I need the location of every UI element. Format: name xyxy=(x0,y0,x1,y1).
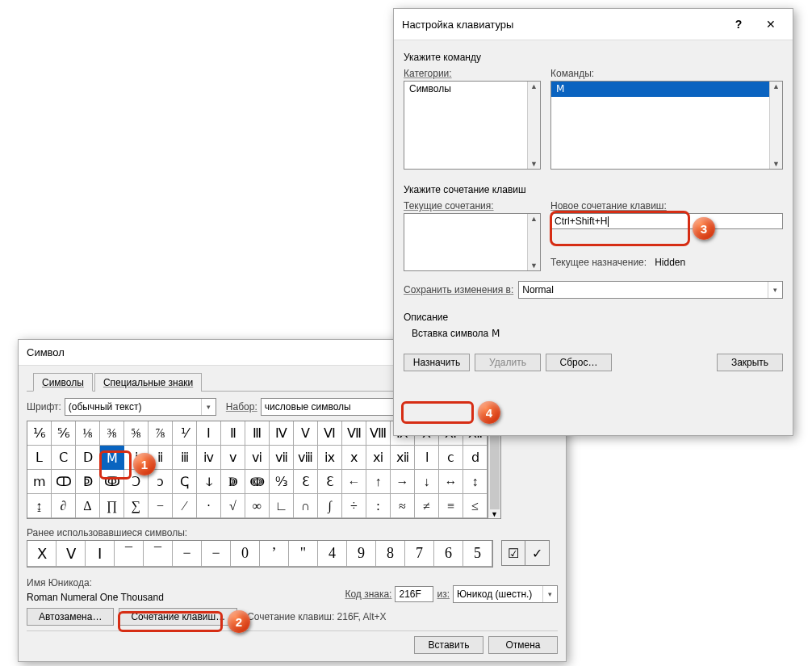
symbol-cell[interactable]: Ⅳ xyxy=(270,421,294,446)
help-icon[interactable]: ? xyxy=(725,15,752,33)
symbol-cell[interactable]: ≠ xyxy=(415,494,439,518)
symbol-cell[interactable]: ⅵ xyxy=(245,446,270,470)
recent-cell[interactable]: ’ xyxy=(260,541,289,567)
recent-cell[interactable]: − xyxy=(173,541,202,567)
recent-cell[interactable]: 8 xyxy=(376,541,405,567)
symbol-cell[interactable]: ∞ xyxy=(245,494,270,518)
tab-special[interactable]: Специальные знаки xyxy=(94,373,202,392)
symbol-cell[interactable]: ↄ xyxy=(149,470,173,494)
symbol-cell[interactable]: ↅ xyxy=(173,470,197,494)
scrollbar[interactable]: ▲▼ xyxy=(527,82,540,169)
symbol-cell[interactable]: Ⅼ xyxy=(27,446,52,470)
shortcut-button[interactable]: Сочетание клавиш… xyxy=(119,608,237,626)
current-keys-list[interactable]: ▲▼ xyxy=(404,213,541,271)
symbol-cell[interactable]: ℇ xyxy=(318,470,342,494)
symbol-cell[interactable]: ⅲ xyxy=(173,446,197,470)
recent-cell[interactable]: − xyxy=(202,541,231,567)
category-item[interactable]: Символы xyxy=(404,82,540,96)
symbol-cell[interactable]: ← xyxy=(342,470,366,494)
symbol-cell[interactable]: ∑ xyxy=(124,494,149,518)
symbol-cell[interactable]: ≡ xyxy=(439,494,463,518)
symbol-cell[interactable]: ⅞ xyxy=(149,421,173,446)
symbol-cell[interactable]: ∏ xyxy=(100,494,124,518)
symbol-cell[interactable]: ∟ xyxy=(270,494,294,518)
tab-symbols[interactable]: Символы xyxy=(33,373,93,392)
symbol-cell[interactable]: ⅶ xyxy=(270,446,294,470)
symbol-cell[interactable]: √ xyxy=(221,494,245,518)
symbol-cell[interactable]: ⅟ xyxy=(173,421,197,446)
code-input[interactable]: 216F xyxy=(395,586,433,602)
symbol-cell[interactable]: ⅽ xyxy=(439,446,463,470)
recent-grid[interactable]: ⅩⅤⅠ¯¯−−0’"498765 xyxy=(27,540,493,568)
symbol-cell[interactable]: ∙ xyxy=(197,494,221,518)
recent-check-icon[interactable]: ✓ xyxy=(525,540,550,566)
font-combo[interactable]: (обычный текст) ▾ xyxy=(65,398,216,416)
recent-cell[interactable]: 4 xyxy=(318,541,347,567)
symbol-cell[interactable]: ⅴ xyxy=(221,446,245,470)
symbol-cell[interactable]: ↂ xyxy=(100,470,124,494)
symbol-cell[interactable]: ⅜ xyxy=(100,421,124,446)
close-icon[interactable]: ✕ xyxy=(757,15,785,33)
symbol-cell[interactable]: ⅛ xyxy=(76,421,100,446)
recent-cell[interactable]: 9 xyxy=(347,541,376,567)
save-in-combo[interactable]: Normal ▾ xyxy=(518,281,783,299)
symbol-cell[interactable]: : xyxy=(366,494,391,518)
symbol-cell[interactable]: ⅾ xyxy=(463,446,488,470)
symbol-cell[interactable]: ⅙ xyxy=(27,421,52,446)
symbol-cell[interactable]: Ⅰ xyxy=(197,421,221,446)
symbol-cell[interactable]: ⅝ xyxy=(124,421,149,446)
recent-cell[interactable]: ¯ xyxy=(115,541,144,567)
recent-cell[interactable]: Ⅴ xyxy=(57,541,86,567)
recent-cell[interactable]: ¯ xyxy=(144,541,173,567)
symbol-cell[interactable]: Ⅾ xyxy=(76,446,100,470)
recent-cell[interactable]: Ⅰ xyxy=(86,541,115,567)
symbol-cell[interactable]: ↀ xyxy=(52,470,76,494)
symbol-cell[interactable]: ⅿ xyxy=(27,470,52,494)
symbol-cell[interactable]: ⅚ xyxy=(52,421,76,446)
symbol-cell[interactable]: Ⅲ xyxy=(245,421,270,446)
symbol-cell[interactable]: Δ xyxy=(76,494,100,518)
new-key-input[interactable]: Ctrl+Shift+H xyxy=(550,213,783,229)
recent-cell[interactable]: 5 xyxy=(463,541,492,567)
symbol-cell[interactable]: ↕ xyxy=(463,470,488,494)
symbol-cell[interactable]: → xyxy=(391,470,415,494)
recent-cell[interactable]: 0 xyxy=(231,541,260,567)
symbol-cell[interactable]: ↇ xyxy=(221,470,245,494)
symbol-cell[interactable]: ↓ xyxy=(415,470,439,494)
symbol-cell[interactable]: ⅺ xyxy=(366,446,391,470)
from-combo[interactable]: Юникод (шестн.) ▾ xyxy=(453,585,558,603)
recent-cell[interactable]: Ⅹ xyxy=(27,541,57,567)
remove-button[interactable]: Удалить xyxy=(475,354,541,371)
categories-list[interactable]: Символы ▲▼ xyxy=(404,81,541,170)
symbol-cell[interactable]: Ɛ xyxy=(294,470,318,494)
symbol-cell[interactable]: − xyxy=(149,494,173,518)
symbol-cell[interactable]: Ⅶ xyxy=(342,421,366,446)
symbol-cell[interactable]: ≈ xyxy=(391,494,415,518)
assign-button[interactable]: Назначить xyxy=(404,354,470,371)
symbol-cell[interactable]: ≤ xyxy=(463,494,488,518)
symbol-cell[interactable]: ∩ xyxy=(294,494,318,518)
insert-button[interactable]: Вставить xyxy=(414,636,483,654)
symbol-cell[interactable]: ⅻ xyxy=(391,446,415,470)
symbol-cell[interactable]: ↨ xyxy=(27,494,52,518)
scroll-down-icon[interactable]: ▼ xyxy=(491,510,498,518)
symbol-cell[interactable]: ∫ xyxy=(318,494,342,518)
symbol-cell[interactable]: ⅷ xyxy=(294,446,318,470)
command-item[interactable]: Ⅿ xyxy=(551,82,782,97)
recent-checkbox-icon[interactable]: ☑ xyxy=(501,540,525,566)
autoreplace-button[interactable]: Автозамена… xyxy=(27,608,114,626)
scrollbar[interactable]: ▲▼ xyxy=(769,82,782,169)
symbol-cell[interactable]: ⅹ xyxy=(342,446,366,470)
symbol-cell[interactable]: ∂ xyxy=(52,494,76,518)
symbol-cell[interactable]: ⅼ xyxy=(415,446,439,470)
symbol-cell[interactable]: ⅸ xyxy=(318,446,342,470)
symbol-cell[interactable]: ∕ xyxy=(173,494,197,518)
symbol-cell[interactable]: Ⅱ xyxy=(221,421,245,446)
symbol-cell[interactable]: ↑ xyxy=(366,470,391,494)
symbol-cell[interactable]: ↁ xyxy=(76,470,100,494)
symbol-cell[interactable]: ÷ xyxy=(342,494,366,518)
symbol-cell[interactable]: Ⅵ xyxy=(318,421,342,446)
symbol-cell[interactable]: Ⅷ xyxy=(366,421,391,446)
symbol-cell[interactable]: Ⅽ xyxy=(52,446,76,470)
recent-cell[interactable]: 6 xyxy=(434,541,463,567)
